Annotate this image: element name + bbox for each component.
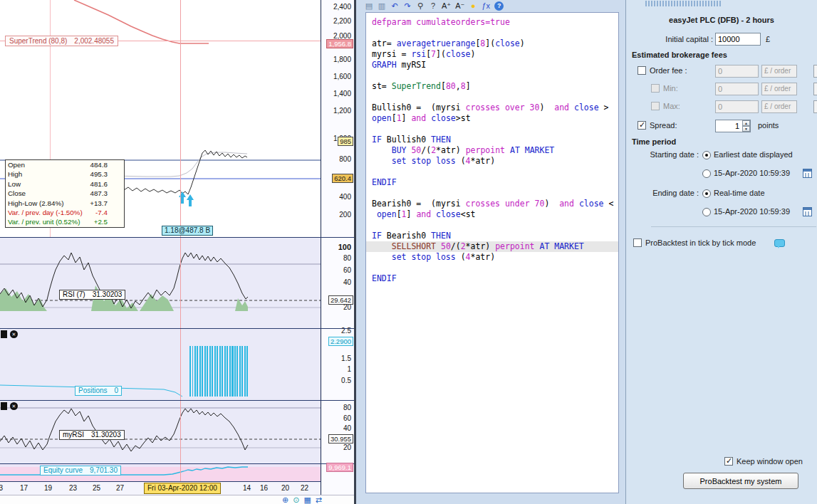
- order-fee-checkbox[interactable]: [638, 66, 646, 75]
- panel-grip-icon[interactable]: [645, 1, 721, 6]
- code-line[interactable]: open[1] and close<st: [366, 209, 618, 220]
- code-line[interactable]: GRAPH myRSI: [366, 60, 618, 70]
- zoom-in-icon[interactable]: ⊕: [282, 495, 288, 504]
- code-line[interactable]: [366, 124, 618, 135]
- redo-icon[interactable]: ↷: [403, 1, 412, 11]
- code-line[interactable]: [366, 188, 618, 199]
- calendar-icon[interactable]: [803, 169, 812, 178]
- code-line[interactable]: [366, 70, 618, 81]
- code-line[interactable]: st= SuperTrend[80,8]: [366, 81, 618, 92]
- new-file-icon[interactable]: ▤: [365, 1, 373, 11]
- panel-separator[interactable]: [0, 463, 354, 464]
- panel-handle-icon[interactable]: [1, 330, 7, 338]
- font-increase-icon[interactable]: A⁺: [442, 1, 451, 11]
- code-line[interactable]: ENDIF: [366, 177, 618, 188]
- axis-label: 1,200: [333, 107, 351, 115]
- insert-function-icon[interactable]: ƒx: [482, 1, 490, 11]
- code-line[interactable]: myrsi = rsi[7](close): [366, 49, 618, 60]
- equity-curve-label[interactable]: Equity curve9,701.30: [40, 466, 121, 476]
- keep-window-checkbox[interactable]: [724, 457, 733, 466]
- code-line[interactable]: [366, 28, 618, 38]
- code-line[interactable]: set stop loss (4*atr): [366, 156, 618, 167]
- ohlc-info-box: Open484.8High495.3Low481.6Close487.3High…: [5, 159, 125, 228]
- undo-icon[interactable]: ↶: [390, 1, 399, 11]
- indicator-name: Equity curve: [43, 466, 83, 474]
- code-line[interactable]: [366, 92, 618, 103]
- order-fee-input[interactable]: [715, 65, 759, 78]
- axis-label: 60: [343, 414, 351, 423]
- calendar-icon[interactable]: [803, 207, 812, 216]
- code-line[interactable]: Bullish0 = (myrsi crosses over 30) and c…: [366, 103, 618, 113]
- code-content: defparam cumulateorders=true atr= averag…: [366, 17, 618, 284]
- panel-separator[interactable]: [0, 328, 354, 329]
- min-fee-unit-select[interactable]: £ / order: [761, 83, 797, 95]
- close-icon[interactable]: [10, 402, 18, 410]
- code-line[interactable]: defparam cumulateorders=true: [366, 17, 618, 28]
- help-icon[interactable]: ?: [429, 1, 437, 11]
- code-line[interactable]: IF Bullish0 THEN: [366, 135, 618, 145]
- info-icon[interactable]: ?: [494, 1, 504, 11]
- time-axis-label: 22: [301, 484, 308, 492]
- spread-checkbox[interactable]: [638, 121, 646, 130]
- positions-plot[interactable]: [0, 328, 321, 400]
- code-line[interactable]: set stop loss (4*atr): [366, 252, 618, 263]
- panel-separator[interactable]: [0, 400, 354, 401]
- code-line[interactable]: open[1] and close>st: [366, 113, 618, 124]
- starting-date-radio[interactable]: [702, 169, 711, 178]
- myrsi-plot[interactable]: [0, 400, 321, 463]
- panel-handle-icon[interactable]: [1, 402, 7, 410]
- myrsi-label[interactable]: myRSI31.30203: [59, 430, 125, 440]
- code-line[interactable]: SELLSHORT 50/(2*atr) perpoint AT MARKET: [366, 241, 618, 252]
- code-editor-surface[interactable]: defparam cumulateorders=true atr= averag…: [365, 12, 619, 493]
- code-line[interactable]: ENDIF: [366, 273, 618, 284]
- run-probacktest-button[interactable]: ProBacktest my system: [683, 473, 798, 489]
- close-icon[interactable]: [10, 330, 18, 338]
- pan-icon[interactable]: ⇄: [316, 495, 322, 504]
- rsi-label[interactable]: RSI (7)31.30203: [59, 290, 125, 300]
- code-line[interactable]: Bearish0 = (myrsi crosses under 70) and …: [366, 199, 618, 209]
- grid-icon[interactable]: ▦: [303, 495, 311, 504]
- stepper-up-icon[interactable]: [742, 120, 750, 126]
- max-fee-checkbox[interactable]: [651, 102, 660, 110]
- price-axis-gutter[interactable]: 2,4002,2002,0001,8001,6001,4001,2001,000…: [321, 0, 354, 495]
- min-fee-input[interactable]: [715, 83, 759, 95]
- code-line[interactable]: BUY 50/(2*atr) perpoint AT MARKET: [366, 145, 618, 156]
- code-line[interactable]: [366, 220, 618, 231]
- panel-separator[interactable]: [0, 237, 354, 238]
- order-fee-unit-select[interactable]: £ / order: [761, 65, 797, 78]
- supertrend-label[interactable]: SuperTrend (80,8)2,002.48055: [5, 36, 118, 46]
- instrument-title: easyJet PLC (DFB) - 2 hours: [626, 16, 817, 24]
- max-fee-input[interactable]: [715, 100, 759, 113]
- initial-capital-input[interactable]: [715, 33, 761, 46]
- code-line[interactable]: [366, 167, 618, 177]
- font-decrease-icon[interactable]: A⁻: [455, 1, 464, 11]
- code-line[interactable]: atr= averagetruerange[8](close): [366, 38, 618, 49]
- max-fee-unit-select[interactable]: £ / order: [761, 100, 797, 113]
- ending-date-value: 15-Apr-2020 10:59:39: [714, 207, 790, 216]
- min-fee-checkbox[interactable]: [651, 84, 660, 93]
- tick-mode-checkbox[interactable]: [633, 238, 642, 247]
- rsi-indicator-panel[interactable]: [0, 237, 354, 328]
- code-line[interactable]: [366, 263, 618, 273]
- speech-bubble-icon[interactable]: [774, 239, 785, 247]
- myrsi-indicator-panel[interactable]: [0, 400, 354, 463]
- axis-label: 40: [343, 278, 351, 287]
- panel-divider[interactable]: [354, 0, 356, 504]
- copy-icon[interactable]: ▥: [378, 1, 386, 11]
- axis-label: 1,400: [333, 90, 351, 98]
- supertrend-name: SuperTrend (80,8): [9, 37, 67, 45]
- positions-label[interactable]: Positions0: [75, 386, 122, 396]
- code-line[interactable]: IF Bearish0 THEN: [366, 231, 618, 241]
- clock-icon[interactable]: ⊙: [293, 495, 299, 504]
- ohlc-row: Var. / prev. day (-1.50%)-7.4: [6, 208, 124, 217]
- hint-icon[interactable]: ●: [469, 1, 477, 11]
- starting-earliest-radio[interactable]: [702, 151, 711, 159]
- ending-realtime-radio[interactable]: [702, 189, 711, 198]
- positions-indicator-panel[interactable]: [0, 328, 354, 400]
- search-icon[interactable]: ⚲: [416, 1, 425, 11]
- rsi-plot[interactable]: [0, 237, 321, 328]
- ending-date-radio[interactable]: [702, 208, 711, 216]
- stepper-down-icon[interactable]: [742, 126, 750, 132]
- cutoff-control: [813, 65, 817, 78]
- time-axis[interactable]: 13171923252714162022 Fri 03-Apr-2020 12:…: [0, 481, 354, 495]
